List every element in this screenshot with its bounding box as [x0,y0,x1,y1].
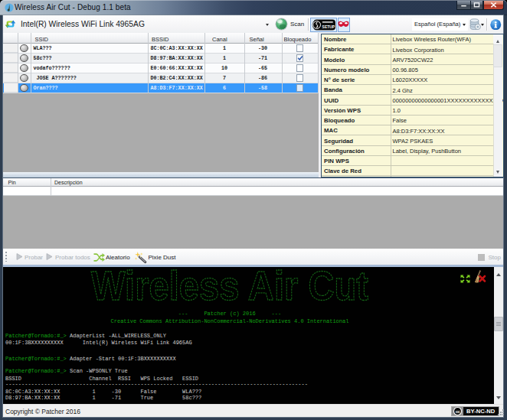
svg-text:SETUP: SETUP [322,24,335,29]
svg-text:BY-NC-ND: BY-NC-ND [466,408,496,415]
svg-text:Wireless Air Cut: Wireless Air Cut [91,268,368,303]
